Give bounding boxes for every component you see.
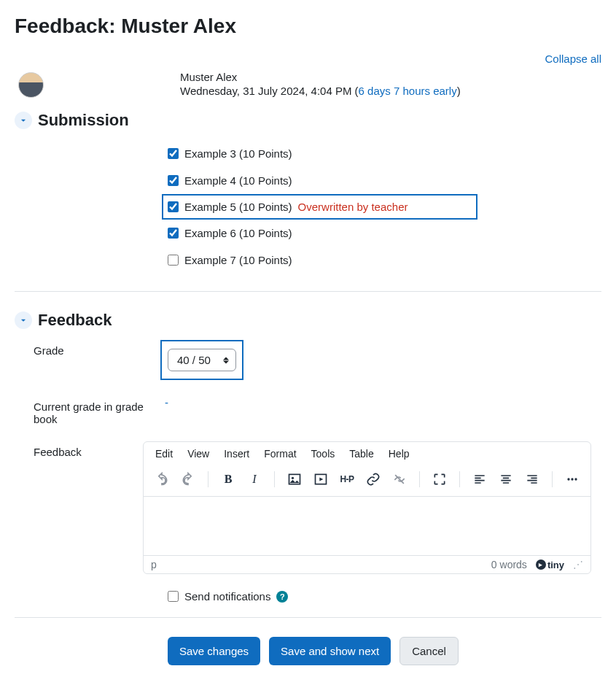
- editor-menu-table[interactable]: Table: [349, 448, 373, 460]
- editor-menu-view[interactable]: View: [187, 448, 209, 460]
- separator: [459, 471, 460, 487]
- submission-checkbox[interactable]: [168, 228, 179, 239]
- word-count: 0 words: [491, 559, 527, 570]
- svg-point-1: [292, 477, 294, 479]
- grade-select[interactable]: 40 / 50: [168, 349, 236, 371]
- submission-item: Example 6 (10 Points): [168, 220, 601, 247]
- send-notifications-checkbox[interactable]: [168, 591, 179, 602]
- editor-menu-tools[interactable]: Tools: [311, 448, 335, 460]
- save-button[interactable]: Save changes: [168, 637, 260, 665]
- svg-point-4: [571, 478, 573, 480]
- align-left-icon[interactable]: [469, 468, 491, 490]
- separator: [419, 471, 420, 487]
- fullscreen-icon[interactable]: [429, 468, 451, 490]
- editor-menu-insert[interactable]: Insert: [224, 448, 249, 460]
- cancel-button[interactable]: Cancel: [399, 637, 459, 665]
- submission-title: Submission: [38, 111, 129, 130]
- feedback-section-header[interactable]: Feedback: [15, 311, 601, 330]
- submission-item-label: Example 6 (10 Points): [184, 227, 292, 239]
- submission-checkbox[interactable]: [168, 175, 179, 186]
- early-link[interactable]: 6 days 7 hours early: [359, 85, 457, 97]
- align-center-icon[interactable]: [495, 468, 517, 490]
- unlink-icon[interactable]: [389, 468, 410, 490]
- help-icon[interactable]: ?: [276, 591, 288, 603]
- svg-point-3: [567, 478, 569, 480]
- current-grade-value: -: [160, 396, 168, 409]
- separator: [552, 471, 553, 487]
- submission-checkbox[interactable]: [168, 148, 179, 159]
- submission-item: Example 7 (10 Points): [168, 247, 601, 274]
- separator: [208, 471, 208, 487]
- editor-menu-help[interactable]: Help: [389, 448, 410, 460]
- collapse-all-link[interactable]: Collapse all: [545, 53, 601, 65]
- submission-checkbox[interactable]: [168, 255, 179, 266]
- send-notifications-label: Send notifications: [184, 590, 270, 603]
- editor-menu-format[interactable]: Format: [264, 448, 296, 460]
- image-icon[interactable]: [284, 468, 305, 490]
- editor-body[interactable]: [144, 497, 590, 555]
- feedback-label: Feedback: [15, 441, 143, 458]
- submission-date: Wednesday, 31 July 2024, 4:04 PM (6 days…: [180, 85, 461, 97]
- italic-icon[interactable]: I: [243, 468, 265, 490]
- submission-checkbox[interactable]: [168, 201, 179, 212]
- redo-icon[interactable]: [177, 468, 199, 490]
- submission-item: Example 5 (10 Points) Overwritten by tea…: [162, 194, 477, 220]
- submission-item-label: Example 5 (10 Points): [184, 201, 292, 213]
- grade-label: Grade: [15, 340, 160, 357]
- divider: [15, 291, 601, 292]
- submission-list: Example 3 (10 Points)Example 4 (10 Point…: [168, 140, 601, 274]
- undo-icon[interactable]: [151, 468, 173, 490]
- align-right-icon[interactable]: [521, 468, 543, 490]
- submission-item: Example 3 (10 Points): [168, 140, 601, 167]
- editor-menubar: EditViewInsertFormatToolsTableHelp: [144, 442, 590, 465]
- chevron-down-icon: [15, 311, 32, 329]
- editor-path: p: [151, 559, 157, 570]
- overwritten-badge: Overwritten by teacher: [298, 201, 408, 213]
- resize-handle-icon[interactable]: ⋰: [573, 559, 583, 570]
- chevron-down-icon: [15, 112, 32, 129]
- svg-point-5: [574, 478, 577, 480]
- page-title: Feedback: Muster Alex: [15, 15, 601, 38]
- bold-icon[interactable]: B: [217, 468, 239, 490]
- submission-item-label: Example 7 (10 Points): [184, 254, 292, 266]
- avatar: [18, 72, 44, 98]
- save-next-button[interactable]: Save and show next: [269, 637, 391, 665]
- feedback-editor: EditViewInsertFormatToolsTableHelp B I H…: [143, 441, 591, 574]
- feedback-title: Feedback: [38, 311, 112, 330]
- submission-item: Example 4 (10 Points): [168, 167, 601, 194]
- submission-item-label: Example 4 (10 Points): [184, 174, 292, 187]
- link-icon[interactable]: [362, 468, 384, 490]
- tiny-logo: ▸tiny: [536, 560, 564, 570]
- divider: [15, 617, 601, 618]
- media-icon[interactable]: [310, 468, 332, 490]
- user-name: Muster Alex: [180, 71, 461, 83]
- separator: [274, 471, 275, 487]
- submission-item-label: Example 3 (10 Points): [184, 147, 292, 160]
- submission-section-header[interactable]: Submission: [15, 111, 601, 130]
- h5p-icon[interactable]: H-P: [336, 468, 358, 490]
- editor-toolbar: B I H-P: [144, 465, 590, 497]
- editor-menu-edit[interactable]: Edit: [155, 448, 173, 460]
- more-icon[interactable]: [561, 468, 583, 490]
- current-grade-label: Current grade in grade book: [15, 396, 160, 425]
